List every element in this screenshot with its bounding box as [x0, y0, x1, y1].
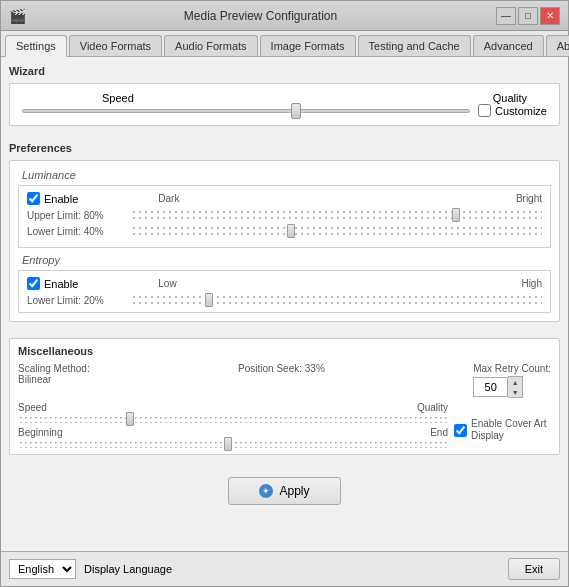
tab-video-formats[interactable]: Video Formats	[69, 35, 162, 56]
entropy-enable-label: Enable	[27, 277, 78, 290]
luminance-enable-checkbox[interactable]	[27, 192, 40, 205]
main-window: 🎬 Media Preview Configuration — □ ✕ Sett…	[0, 0, 569, 587]
tab-settings[interactable]: Settings	[5, 35, 67, 57]
customize-row: Customize	[478, 104, 547, 117]
entropy-header: Enable Low High	[27, 277, 542, 290]
misc-sliders-left: Speed Quality Beginning End	[18, 402, 448, 448]
misc-section: Miscellaneous Scaling Method: Bilinear P…	[9, 338, 560, 463]
quality-slider-label: Quality	[417, 402, 448, 413]
tab-audio-formats[interactable]: Audio Formats	[164, 35, 258, 56]
customize-checkbox[interactable]	[478, 104, 491, 117]
position-seek-label: Position Seek: 33%	[102, 363, 461, 374]
beginning-label: Beginning	[18, 427, 62, 438]
title-bar: 🎬 Media Preview Configuration — □ ✕	[1, 1, 568, 31]
apply-row: ✦ Apply	[9, 471, 560, 511]
upper-limit-label: Upper Limit: 80%	[27, 210, 127, 221]
apply-label: Apply	[279, 484, 309, 498]
entropy-enable-checkbox[interactable]	[27, 277, 40, 290]
language-select[interactable]: English	[9, 559, 76, 579]
scaling-method-label: Scaling Method:	[18, 363, 90, 374]
speed-quality-slider[interactable]	[18, 415, 448, 423]
speed-slider-label: Speed	[18, 402, 47, 413]
window-title: Media Preview Configuration	[25, 9, 496, 23]
upper-limit-thumb[interactable]	[452, 208, 460, 222]
low-label: Low	[158, 278, 176, 289]
scaling-group: Scaling Method: Bilinear	[18, 363, 90, 385]
exit-button[interactable]: Exit	[508, 558, 560, 580]
wizard-slider-row: Customize	[22, 104, 547, 117]
lower-limit-slider[interactable]	[131, 225, 542, 237]
max-retry-group: Max Retry Count: ▲ ▼	[473, 363, 551, 398]
entropy-lower-limit-label: Lower Limit: 20%	[27, 295, 127, 306]
misc-title: Miscellaneous	[18, 345, 551, 357]
max-retry-label: Max Retry Count:	[473, 363, 551, 374]
max-retry-spinner: ▲ ▼	[473, 376, 523, 398]
beginning-end-thumb[interactable]	[224, 437, 232, 451]
close-button[interactable]: ✕	[540, 7, 560, 25]
upper-limit-row: Upper Limit: 80%	[27, 209, 542, 221]
beginning-end-slider[interactable]	[18, 440, 448, 448]
spinner-up[interactable]: ▲	[508, 377, 522, 387]
scaling-method-value: Bilinear	[18, 374, 90, 385]
tab-about[interactable]: About...	[546, 35, 569, 56]
speed-label: Speed	[102, 92, 134, 104]
luminance-section-title: Luminance	[22, 169, 551, 181]
window-controls: — □ ✕	[496, 7, 560, 25]
luminance-box: Enable Dark Bright Upper Limit: 80%	[18, 185, 551, 248]
preferences-title: Preferences	[9, 142, 560, 154]
bright-label: Bright	[516, 193, 542, 204]
entropy-box: Enable Low High Lower Limit: 20%	[18, 270, 551, 313]
language-group: English Display Language	[9, 559, 172, 579]
luminance-header: Enable Dark Bright	[27, 192, 542, 205]
wizard-slider-track[interactable]	[22, 109, 470, 113]
tabs-bar: Settings Video Formats Audio Formats Ima…	[1, 31, 568, 57]
tab-image-formats[interactable]: Image Formats	[260, 35, 356, 56]
lower-limit-row: Lower Limit: 40%	[27, 225, 542, 237]
upper-limit-slider[interactable]	[131, 209, 542, 221]
lower-limit-thumb[interactable]	[287, 224, 295, 238]
misc-top-row: Scaling Method: Bilinear Position Seek: …	[18, 363, 551, 398]
misc-slider-labels-bottom: Beginning End	[18, 427, 448, 438]
content-area: Wizard Speed Quality Customize	[1, 57, 568, 551]
entropy-section-title: Entropy	[22, 254, 551, 266]
misc-slider-labels-top: Speed Quality	[18, 402, 448, 413]
wizard-box: Speed Quality Customize	[9, 83, 560, 126]
cover-art-row: Enable Cover Art Display	[454, 418, 551, 442]
misc-bottom-row: Speed Quality Beginning End	[18, 402, 551, 448]
app-icon: 🎬	[9, 8, 25, 24]
spinner-buttons: ▲ ▼	[508, 376, 523, 398]
tab-advanced[interactable]: Advanced	[473, 35, 544, 56]
lower-limit-label: Lower Limit: 40%	[27, 226, 127, 237]
cover-art-checkbox[interactable]	[454, 424, 467, 437]
customize-label: Customize	[495, 105, 547, 117]
display-language-label: Display Language	[84, 563, 172, 575]
speed-quality-thumb[interactable]	[126, 412, 134, 426]
wizard-slider-area	[22, 109, 470, 113]
spinner-down[interactable]: ▼	[508, 387, 522, 397]
luminance-labels: Dark Bright	[158, 193, 542, 204]
preferences-box: Luminance Enable Dark Bright Upper Li	[9, 160, 560, 322]
tab-testing-cache[interactable]: Testing and Cache	[358, 35, 471, 56]
wizard-labels: Speed Quality	[22, 92, 547, 104]
cover-art-label: Enable Cover Art Display	[471, 418, 551, 442]
maximize-button[interactable]: □	[518, 7, 538, 25]
minimize-button[interactable]: —	[496, 7, 516, 25]
apply-icon: ✦	[259, 484, 273, 498]
misc-box: Miscellaneous Scaling Method: Bilinear P…	[9, 338, 560, 455]
end-label: End	[430, 427, 448, 438]
wizard-section: Wizard Speed Quality Customize	[9, 65, 560, 134]
max-retry-input[interactable]	[473, 377, 508, 397]
wizard-title: Wizard	[9, 65, 560, 77]
bottom-bar: English Display Language Exit	[1, 551, 568, 586]
high-label: High	[521, 278, 542, 289]
wizard-slider-thumb[interactable]	[291, 103, 301, 119]
entropy-labels: Low High	[158, 278, 542, 289]
entropy-lower-limit-thumb[interactable]	[205, 293, 213, 307]
dark-label: Dark	[158, 193, 179, 204]
entropy-lower-limit-row: Lower Limit: 20%	[27, 294, 542, 306]
luminance-enable-label: Enable	[27, 192, 78, 205]
preferences-section: Preferences Luminance Enable Dark Bright	[9, 142, 560, 330]
apply-button[interactable]: ✦ Apply	[228, 477, 340, 505]
quality-label: Quality	[493, 92, 527, 104]
entropy-lower-limit-slider[interactable]	[131, 294, 542, 306]
